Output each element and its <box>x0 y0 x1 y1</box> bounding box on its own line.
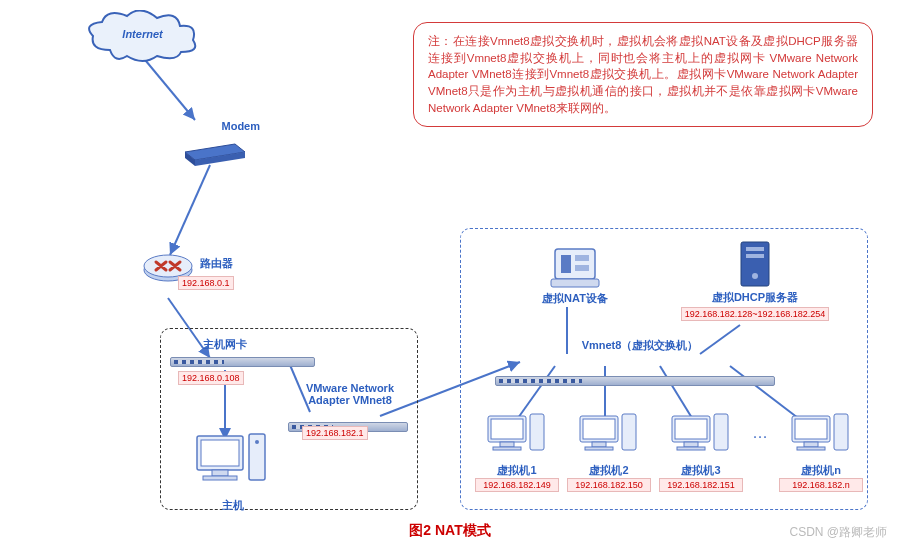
internet-cloud: Internet <box>85 10 200 67</box>
svg-rect-45 <box>677 447 705 450</box>
virtual-dhcp-label: 虚拟DHCP服务器 <box>660 290 850 305</box>
svg-rect-20 <box>203 476 237 480</box>
vmnet-adapter-ip: 192.168.182.1 <box>302 426 368 440</box>
vm-item: 虚拟机2 192.168.182.150 <box>567 413 651 492</box>
vmnet8-switch-label: Vmnet8（虚拟交换机） <box>540 338 740 353</box>
svg-rect-35 <box>493 447 521 450</box>
vm-row: 虚拟机1 192.168.182.149 虚拟机2 192.168.182.15… <box>475 413 863 492</box>
host-label: 主机 <box>195 498 270 513</box>
modem: Modem <box>180 120 260 171</box>
vm-ip: 192.168.182.n <box>779 478 863 492</box>
router: 路由器 192.168.0.1 <box>140 248 260 290</box>
svg-rect-38 <box>583 419 615 439</box>
vm-ip: 192.168.182.150 <box>567 478 651 492</box>
vmnet-adapter-label-l1: VMware Network <box>295 382 405 394</box>
vm-item: 虚拟机3 192.168.182.151 <box>659 413 743 492</box>
svg-rect-36 <box>530 414 544 450</box>
virtual-dhcp-ip: 192.168.182.128~192.168.182.254 <box>681 307 829 321</box>
svg-rect-41 <box>622 414 636 450</box>
ellipsis-icon: ··· <box>751 413 771 443</box>
svg-rect-27 <box>551 279 599 287</box>
virtual-nat-label: 虚拟NAT设备 <box>530 291 620 306</box>
svg-point-16 <box>144 255 192 277</box>
host-nic-switch <box>170 357 315 367</box>
svg-rect-33 <box>491 419 523 439</box>
svg-point-31 <box>752 273 758 279</box>
svg-rect-49 <box>804 442 818 447</box>
host-nic-ip: 192.168.0.108 <box>178 371 244 385</box>
vm-label: 虚拟机2 <box>567 463 651 478</box>
modem-label: Modem <box>180 120 260 132</box>
host-nic-label: 主机网卡 <box>175 337 275 352</box>
router-ip: 192.168.0.1 <box>178 276 234 290</box>
figure-caption: 图2 NAT模式 <box>330 522 570 540</box>
svg-rect-48 <box>795 419 827 439</box>
svg-rect-34 <box>500 442 514 447</box>
svg-rect-50 <box>797 447 825 450</box>
svg-rect-46 <box>714 414 728 450</box>
svg-rect-24 <box>561 255 571 273</box>
svg-rect-18 <box>201 440 239 466</box>
virtual-nat: 虚拟NAT设备 <box>530 245 620 306</box>
vm-item: 虚拟机1 192.168.182.149 <box>475 413 559 492</box>
svg-rect-44 <box>684 442 698 447</box>
vmnet-adapter-label-l2: Adapter VMnet8 <box>295 394 405 406</box>
vm-ip: 192.168.182.149 <box>475 478 559 492</box>
router-label: 路由器 <box>200 256 233 271</box>
vmnet-adapter-label: VMware Network Adapter VMnet8 <box>295 382 405 406</box>
vm-label: 虚拟机1 <box>475 463 559 478</box>
vmnet8-switch <box>495 376 775 386</box>
svg-rect-43 <box>675 419 707 439</box>
svg-line-1 <box>170 165 210 255</box>
svg-rect-40 <box>585 447 613 450</box>
svg-point-22 <box>255 440 259 444</box>
host-computer: 主机 <box>195 432 270 513</box>
vm-label: 虚拟机n <box>779 463 863 478</box>
svg-rect-39 <box>592 442 606 447</box>
vm-ip: 192.168.182.151 <box>659 478 743 492</box>
svg-rect-25 <box>575 255 589 261</box>
svg-rect-30 <box>746 254 764 258</box>
vm-item: 虚拟机n 192.168.182.n <box>779 413 863 492</box>
callout-note: 注：在连接Vmnet8虚拟交换机时，虚拟机会将虚拟NAT设备及虚拟DHCP服务器… <box>413 22 873 127</box>
virtual-dhcp: 虚拟DHCP服务器 192.168.182.128~192.168.182.25… <box>660 240 850 321</box>
svg-rect-51 <box>834 414 848 450</box>
vm-label: 虚拟机3 <box>659 463 743 478</box>
svg-rect-26 <box>575 265 589 271</box>
svg-rect-29 <box>746 247 764 251</box>
watermark: CSDN @路卿老师 <box>789 524 887 541</box>
svg-rect-19 <box>212 470 228 476</box>
internet-label: Internet <box>85 28 200 40</box>
